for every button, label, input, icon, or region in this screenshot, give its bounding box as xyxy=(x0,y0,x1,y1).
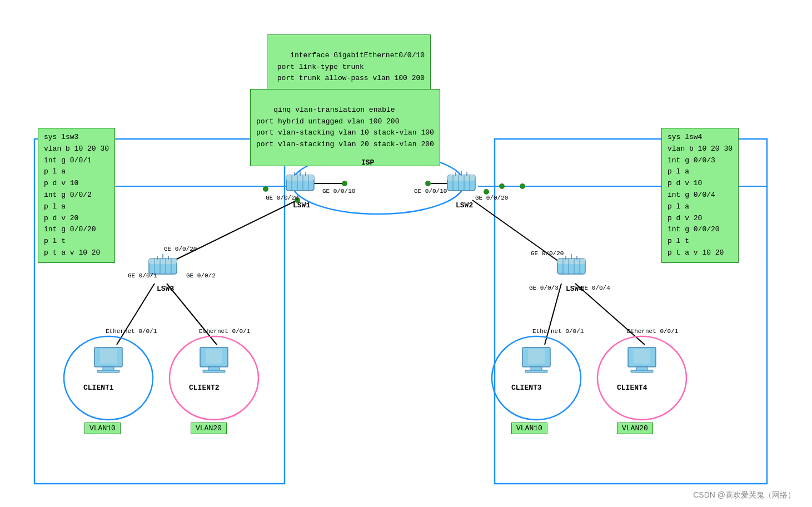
svg-rect-61 xyxy=(100,349,117,364)
label-lsw3: LSW3 xyxy=(157,285,174,293)
label-lsw2: LSW2 xyxy=(456,201,473,210)
svg-line-9 xyxy=(117,284,155,345)
svg-rect-43 xyxy=(149,259,177,264)
svg-rect-73 xyxy=(634,349,650,364)
vlan10-left-label: VLAN10 xyxy=(84,422,121,434)
label-client2: CLIENT2 xyxy=(189,384,220,392)
label-ge-lsw2-20r: GE 0/0/20 xyxy=(475,195,508,201)
svg-rect-74 xyxy=(636,367,647,370)
svg-point-13 xyxy=(263,186,268,192)
label-lsw1: LSW1 xyxy=(293,201,310,210)
svg-point-19 xyxy=(520,183,525,189)
svg-rect-63 xyxy=(97,370,119,372)
client1-icon xyxy=(89,345,128,384)
svg-rect-70 xyxy=(531,367,542,370)
vlan20-right-label: VLAN20 xyxy=(617,422,653,434)
switch-lsw4 xyxy=(555,253,588,284)
label-ge-lsw4-3: GE 0/0/3 xyxy=(529,285,559,291)
label-ge-lsw4-20: GE 0/0/20 xyxy=(531,250,564,257)
label-ge-lsw4-4: GE 0/0/4 xyxy=(581,285,610,291)
label-eth-c4: Ethernet 0/0/1 xyxy=(627,328,678,335)
diagram-container: interface GigabitEthernet0/0/10 port lin… xyxy=(0,0,812,507)
svg-rect-52 xyxy=(557,259,585,264)
label-eth-c2: Ethernet 0/0/1 xyxy=(199,328,250,335)
svg-point-15 xyxy=(342,181,347,186)
label-client4: CLIENT4 xyxy=(617,384,647,392)
client2-icon xyxy=(195,345,233,384)
vlan10-right-label: VLAN10 xyxy=(511,422,547,434)
svg-rect-71 xyxy=(525,370,547,372)
svg-point-14 xyxy=(484,189,489,195)
svg-rect-66 xyxy=(208,367,220,370)
vlan20-left-label: VLAN20 xyxy=(191,422,227,434)
config-box-lsw3: sys lsw3 vlan b 10 20 30 int g 0/0/1 p l… xyxy=(38,128,115,263)
label-eth-c1: Ethernet 0/0/1 xyxy=(106,328,157,335)
svg-line-10 xyxy=(167,284,217,345)
label-ge-lsw1-10: GE 0/0/10 xyxy=(322,188,355,195)
switch-lsw2 xyxy=(445,170,478,200)
svg-rect-62 xyxy=(103,367,114,370)
label-ge-lsw2-10: GE 0/0/10 xyxy=(414,188,447,195)
label-eth-c3: Ethernet 0/0/1 xyxy=(532,328,584,335)
svg-rect-65 xyxy=(206,349,222,364)
config-box-qinq: qinq vlan-translation enable port hybrid… xyxy=(250,89,440,166)
svg-rect-25 xyxy=(286,175,314,181)
svg-rect-34 xyxy=(447,175,475,181)
label-client3: CLIENT3 xyxy=(511,384,542,392)
svg-line-11 xyxy=(545,284,561,345)
svg-point-18 xyxy=(499,183,505,189)
label-ge-lsw3-20: GE 0/0/20 xyxy=(164,246,197,252)
client4-icon xyxy=(622,345,661,384)
svg-line-12 xyxy=(575,284,645,345)
label-ge-lsw1-20: GE 0/0/20 xyxy=(266,195,298,201)
label-isp: ISP xyxy=(361,158,374,167)
svg-rect-75 xyxy=(631,370,653,372)
label-ge-lsw3-2: GE 0/0/2 xyxy=(186,272,216,279)
label-client1: CLIENT1 xyxy=(83,384,114,392)
svg-rect-67 xyxy=(203,370,225,372)
svg-point-16 xyxy=(425,181,431,186)
watermark: CSDN @喜欢爱哭鬼（网络） xyxy=(693,490,795,500)
label-ge-lsw3-1: GE 0/0/1 xyxy=(128,272,157,279)
client3-icon xyxy=(517,345,556,384)
config-box-lsw4: sys lsw4 vlan b 10 20 30 int g 0/0/3 p l… xyxy=(661,128,739,263)
svg-rect-69 xyxy=(528,349,545,364)
